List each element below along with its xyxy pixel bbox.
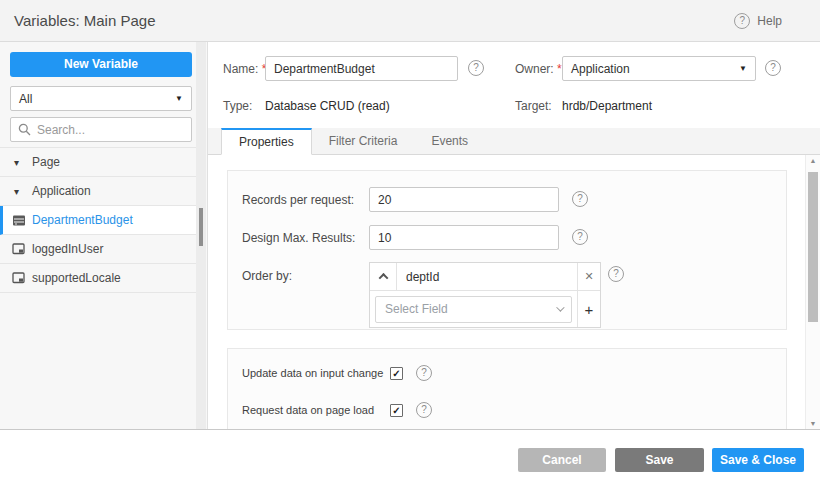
select-field-placeholder: Select Field [385, 302, 556, 316]
variable-filter-select[interactable]: All ▼ [10, 86, 192, 111]
properties-tab-content: Records per request: ? Design Max. Resul… [208, 155, 820, 429]
caret-down-icon: ▼ [739, 64, 747, 73]
design-max-results-input[interactable] [369, 225, 559, 250]
tree-item-departmentbudget[interactable]: DepartmentBudget [0, 206, 196, 235]
save-and-close-button[interactable]: Save & Close [712, 448, 804, 472]
cancel-button[interactable]: Cancel [518, 448, 606, 472]
name-help-icon[interactable]: ? [468, 60, 484, 76]
chevron-down-icon [556, 303, 564, 311]
search-input[interactable] [37, 123, 184, 137]
type-label: Type: [223, 99, 252, 113]
update-on-input-checkbox[interactable]: ✓ [390, 367, 403, 380]
order-by-label: Order by: [242, 269, 292, 283]
owner-label: Owner: * [515, 62, 562, 76]
tree-group-page[interactable]: ▾ Page [0, 148, 196, 177]
caret-down-icon: ▼ [175, 94, 183, 103]
tree-item-supportedlocale[interactable]: supportedLocale [0, 264, 196, 293]
tree-item-loggedinuser[interactable]: loggedInUser [0, 235, 196, 264]
request-on-load-help-icon[interactable]: ? [416, 402, 432, 418]
request-on-load-label: Request data on page load [242, 404, 390, 416]
owner-select-value: Application [571, 62, 739, 76]
required-marker: * [557, 62, 562, 76]
variables-dialog: Variables: Main Page ? Help New Variable… [0, 0, 820, 488]
orderby-help-icon[interactable]: ? [608, 266, 624, 282]
records-per-request-input[interactable] [369, 187, 559, 212]
detail-tabs: Properties Filter Criteria Events [208, 128, 820, 155]
query-settings-panel: Records per request: ? Design Max. Resul… [227, 170, 787, 330]
variables-tree: ▾ Page ▾ Application DepartmentBudget [0, 147, 196, 293]
select-field-wrap: Select Field [370, 291, 577, 327]
search-icon [18, 123, 31, 136]
content-scrollbar-thumb[interactable] [808, 172, 818, 322]
scroll-down-icon[interactable]: ▼ [806, 420, 820, 427]
records-help-icon[interactable]: ? [572, 191, 588, 207]
help-icon[interactable]: ? [734, 13, 750, 29]
static-variable-icon [12, 272, 32, 284]
sidebar-scrollbar-thumb[interactable] [199, 208, 203, 246]
select-field-dropdown[interactable]: Select Field [375, 296, 572, 323]
new-variable-button[interactable]: New Variable [10, 52, 192, 77]
design-help-icon[interactable]: ? [572, 229, 588, 245]
update-on-input-row: Update data on input change ✓ ? [242, 365, 432, 381]
title-bar: Variables: Main Page ? Help [0, 0, 820, 42]
sidebar-scrollbar[interactable] [196, 42, 206, 429]
tree-item-label: loggedInUser [32, 242, 103, 256]
tab-filter-criteria[interactable]: Filter Criteria [312, 128, 415, 154]
content-scrollbar[interactable]: ▲ ▼ [805, 155, 820, 429]
add-field-row: Select Field + [370, 291, 600, 327]
save-button[interactable]: Save [615, 448, 704, 472]
target-value: hrdb/Department [562, 99, 652, 113]
variable-filter-value: All [19, 92, 175, 106]
target-label: Target: [515, 99, 552, 113]
update-on-input-help-icon[interactable]: ? [416, 365, 432, 381]
tree-group-label: Application [32, 184, 91, 198]
add-field-button[interactable]: + [577, 291, 600, 327]
order-by-field-value[interactable]: deptId [397, 263, 577, 290]
help-button[interactable]: ? Help [734, 13, 782, 29]
type-value: Database CRUD (read) [265, 99, 390, 113]
crud-variable-icon [12, 214, 32, 227]
tree-item-label: supportedLocale [32, 271, 121, 285]
page-title: Variables: Main Page [14, 12, 155, 29]
static-variable-icon [12, 243, 32, 255]
variables-sidebar: New Variable All ▼ ▾ Page ▾ Application [0, 42, 208, 429]
name-label: Name: * [223, 62, 266, 76]
expand-arrow-icon[interactable]: ▾ [14, 157, 32, 168]
scroll-up-icon[interactable]: ▲ [806, 157, 820, 164]
variable-detail-panel: Name: * ? Owner: * Application ▼ ? Type:… [208, 42, 820, 429]
request-on-load-row: Request data on page load ✓ ? [242, 402, 432, 418]
chevron-up-icon [378, 273, 388, 283]
dialog-footer: Cancel Save Save & Close [0, 429, 820, 488]
tab-events[interactable]: Events [414, 128, 485, 154]
behavior-settings-panel: Update data on input change ✓ ? Request … [227, 348, 787, 429]
records-per-request-label: Records per request: [242, 193, 354, 207]
design-max-results-label: Design Max. Results: [242, 231, 355, 245]
owner-select[interactable]: Application ▼ [562, 56, 756, 81]
tab-properties[interactable]: Properties [221, 128, 312, 155]
remove-field-button[interactable]: ✕ [577, 263, 600, 290]
name-input[interactable] [265, 56, 458, 81]
tree-item-label: DepartmentBudget [32, 213, 133, 227]
tree-group-application[interactable]: ▾ Application [0, 177, 196, 206]
order-by-row: deptId ✕ [370, 263, 600, 291]
request-on-load-checkbox[interactable]: ✓ [390, 404, 403, 417]
collapse-button[interactable] [370, 263, 397, 290]
expand-arrow-icon[interactable]: ▾ [14, 186, 32, 197]
owner-help-icon[interactable]: ? [765, 60, 781, 76]
order-by-editor: deptId ✕ Select Field + [369, 262, 601, 328]
tree-group-label: Page [32, 155, 60, 169]
help-label[interactable]: Help [757, 14, 782, 28]
search-box[interactable] [10, 117, 192, 142]
update-on-input-label: Update data on input change [242, 367, 390, 379]
